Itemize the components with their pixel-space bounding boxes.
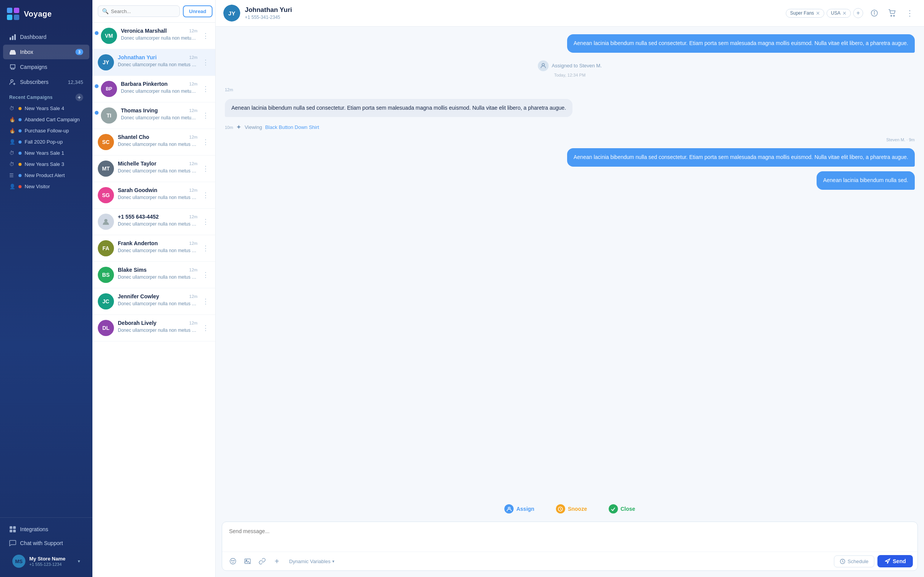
svg-rect-10: [10, 530, 12, 532]
campaign-ny3[interactable]: ⏱ New Years Sale 3: [3, 159, 89, 170]
conversation-item[interactable]: DL Deborah Lively 12m Donec ullamcorper …: [92, 315, 215, 341]
unread-indicator: [95, 111, 99, 115]
svg-point-24: [230, 559, 236, 564]
svg-point-18: [874, 12, 875, 12]
conversation-item[interactable]: MT Michelle Taylor 12m Donec ullamcorper…: [92, 156, 215, 182]
more-options-icon[interactable]: ⋮: [201, 165, 210, 172]
message-bubble-outgoing: Aenean lacinia bibendum nulla sed.: [817, 171, 915, 190]
send-button[interactable]: Send: [877, 555, 913, 567]
message-preview: Donec ullamcorper nulla non metus auctor…: [118, 168, 198, 174]
campaign-product-alert[interactable]: ☰ New Product Alert: [3, 170, 89, 181]
chevron-down-icon: ▾: [78, 559, 80, 564]
more-options-icon[interactable]: ⋮: [201, 324, 210, 331]
cart-button[interactable]: [886, 7, 899, 20]
svg-point-28: [246, 560, 247, 561]
conversation-item[interactable]: VM Veronica Marshall 12m Donec ullamcorp…: [92, 23, 215, 49]
contact-name: Shantel Cho: [118, 134, 149, 140]
message-time: 12m: [189, 321, 198, 325]
more-options-icon[interactable]: ⋮: [201, 85, 210, 92]
conversation-header: Jennifer Cowley 12m: [118, 293, 198, 299]
conversation-item[interactable]: BS Blake Sims 12m Donec ullamcorper null…: [92, 262, 215, 288]
conversation-item[interactable]: JY Johnathan Yuri 12m Donec ullamcorper …: [92, 49, 215, 76]
message-preview: Donec ullamcorper nulla non metus auctor…: [118, 141, 198, 148]
campaign-purchase[interactable]: 🔥 Purchase Follow-up: [3, 125, 89, 136]
more-options-icon[interactable]: ⋮: [201, 32, 210, 39]
conversation-item[interactable]: SG Sarah Goodwin 12m Donec ullamcorper n…: [92, 182, 215, 209]
svg-rect-1: [14, 8, 19, 13]
integrations-label: Integrations: [20, 526, 48, 532]
campaign-visitor[interactable]: 👤 New Visitor: [3, 181, 89, 192]
avatar: SC: [98, 134, 114, 150]
sidebar-item-subscribers[interactable]: Subscribers 12,345: [3, 75, 89, 89]
more-options-icon[interactable]: ⋮: [201, 271, 210, 278]
app-name: Voyage: [24, 10, 52, 18]
campaign-ny4-label: New Years Sale 4: [25, 105, 64, 111]
info-icon: [870, 9, 878, 17]
unread-filter-button[interactable]: Unread: [183, 5, 213, 17]
more-options-icon[interactable]: ⋮: [201, 298, 210, 305]
more-button[interactable]: ⋮: [903, 7, 916, 20]
conversation-item[interactable]: +1 555 643-4452 12m Donec ullamcorper nu…: [92, 209, 215, 235]
viewing-product-link[interactable]: Black Button Down Shirt: [265, 124, 319, 130]
add-campaign-button[interactable]: +: [75, 94, 83, 101]
emoji-button[interactable]: [227, 555, 239, 567]
more-options-icon[interactable]: ⋮: [201, 59, 210, 66]
composer-toolbar: + Dynamic Variables ▾ Schedule Se: [222, 552, 917, 570]
message-time: 12m: [189, 268, 198, 272]
add-button[interactable]: +: [271, 555, 283, 567]
dashboard-label: Dashboard: [20, 34, 83, 40]
sidebar-item-dashboard[interactable]: Dashboard: [3, 30, 89, 44]
close-button[interactable]: Close: [603, 502, 641, 516]
timestamp-label: 12m: [225, 87, 233, 92]
snooze-button[interactable]: Snooze: [551, 502, 593, 516]
voyage-logo-icon: [6, 7, 20, 21]
conversation-item[interactable]: FA Frank Anderton 12m Donec ullamcorper …: [92, 235, 215, 262]
tag-remove-icon[interactable]: ✕: [842, 10, 847, 16]
user-account-item[interactable]: MS My Store Name +1 555-123-1234 ▾: [6, 551, 86, 572]
message-input[interactable]: [222, 522, 917, 550]
list-icon: ☰: [9, 172, 15, 178]
schedule-button[interactable]: Schedule: [834, 555, 874, 567]
add-tag-button[interactable]: +: [853, 8, 863, 18]
conversation-content: Jennifer Cowley 12m Donec ullamcorper nu…: [118, 293, 198, 307]
person-icon: [102, 217, 110, 226]
campaign-fall[interactable]: 👤 Fall 2020 Pop-up: [3, 136, 89, 147]
more-options-icon[interactable]: ⋮: [201, 192, 210, 199]
chat-support-label: Chat with Support: [20, 540, 63, 546]
dynamic-variables-button[interactable]: Dynamic Variables ▾: [285, 557, 338, 566]
campaign-dot-orange: [18, 107, 22, 110]
campaign-ny1[interactable]: ⏱ New Years Sale 1: [3, 147, 89, 159]
more-options-icon[interactable]: ⋮: [201, 139, 210, 146]
campaign-ny4[interactable]: ⏱ New Years Sale 4: [3, 103, 89, 114]
link-button[interactable]: [256, 555, 268, 567]
integrations-item[interactable]: Integrations: [3, 522, 89, 536]
conversation-item[interactable]: BP Barbara Pinkerton 12m Donec ullamcorp…: [92, 76, 215, 102]
clock-icon: [840, 559, 845, 564]
conversation-item[interactable]: JC Jennifer Cowley 12m Donec ullamcorper…: [92, 288, 215, 315]
campaign-dot-blue-4: [18, 152, 22, 155]
conversation-list: VM Veronica Marshall 12m Donec ullamcorp…: [92, 23, 215, 577]
campaign-abandoned[interactable]: 🔥 Abanded Cart Campaign: [3, 114, 89, 125]
conversation-item[interactable]: TI Thomas Irving 12m Donec ullamcorper n…: [92, 102, 215, 129]
image-icon: [244, 558, 251, 565]
search-input[interactable]: [111, 8, 176, 14]
more-options-icon[interactable]: ⋮: [201, 218, 210, 225]
image-button[interactable]: [241, 555, 254, 567]
campaign-dot-blue-3: [18, 140, 22, 144]
conversation-item[interactable]: SC Shantel Cho 12m Donec ullamcorper nul…: [92, 129, 215, 156]
sidebar-item-inbox[interactable]: Inbox 3: [3, 45, 89, 59]
tag-remove-icon[interactable]: ✕: [816, 10, 820, 16]
sidebar-item-campaigns[interactable]: Campaigns: [3, 60, 89, 74]
assign-label: Assign: [516, 506, 534, 512]
info-button[interactable]: [868, 7, 881, 20]
chat-support-item[interactable]: Chat with Support: [3, 536, 89, 550]
more-options-icon[interactable]: ⋮: [201, 245, 210, 252]
tag-label: USA: [831, 10, 840, 16]
assign-button[interactable]: Assign: [499, 502, 540, 516]
search-box[interactable]: 🔍: [98, 5, 180, 17]
message-time: 12m: [189, 214, 198, 219]
sidebar-logo[interactable]: Voyage: [0, 0, 92, 28]
avatar: VM: [101, 28, 117, 44]
more-options-icon[interactable]: ⋮: [201, 112, 210, 119]
viewing-time: 10m: [225, 125, 233, 130]
